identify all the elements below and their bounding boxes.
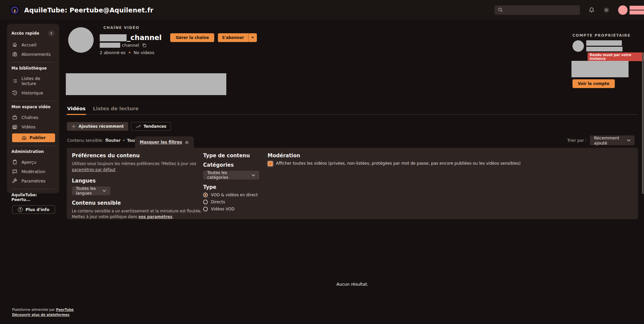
wrench-icon [12, 178, 17, 184]
radio-vod[interactable]: Vidéos VOD [203, 207, 268, 211]
radio-vod-and-live[interactable]: VOD & vidéos en direct [203, 193, 268, 197]
sidebar-item-history[interactable]: Historique [11, 88, 55, 97]
user-avatar[interactable] [618, 5, 628, 15]
owner-description-redacted [571, 61, 629, 77]
instance-title: AquileTube: Peertube@Aquilenet.fr [24, 6, 153, 14]
channel-banner-redacted [66, 73, 226, 95]
videospace-title: Mon espace vidéo [11, 105, 55, 109]
notifications-bell-icon[interactable] [589, 7, 595, 13]
empty-results-message: Aucun résultat. [67, 282, 638, 287]
chevron-double-up-icon [185, 140, 189, 145]
copy-icon[interactable] [142, 43, 146, 47]
admin-title: Administration [11, 149, 55, 154]
hide-filters-toggle[interactable]: Masquer les filtres [135, 136, 194, 148]
plus-icon [72, 124, 76, 129]
quick-access-title: Accès rapide [11, 30, 55, 37]
channel-kicker: CHAÎNE VIDÉO [103, 26, 139, 30]
languages-select[interactable]: Toutes les langues [72, 187, 110, 195]
radio-icon [203, 193, 208, 197]
trending-icon [136, 124, 141, 129]
scrollbar-track [642, 0, 644, 324]
channel-handle: channel [122, 43, 139, 48]
sidebar-collapse-button[interactable] [48, 30, 55, 37]
sidebar-item-playlists[interactable]: Listes de lecture [11, 74, 55, 88]
show-all-videos-checkbox[interactable]: ✓ Afficher toutes les vidéos (privées, n… [268, 161, 638, 166]
question-icon: ? [18, 207, 23, 212]
peertube-link[interactable]: PeerTube [56, 308, 74, 312]
upload-cloud-icon [21, 135, 27, 140]
search-icon [498, 7, 503, 12]
your-settings-link[interactable]: vos paramètres [138, 214, 172, 219]
home-icon [12, 42, 17, 47]
chevron-down-icon [251, 174, 255, 176]
search-box[interactable] [495, 5, 580, 15]
radio-icon [203, 200, 208, 204]
discover-platforms-link[interactable]: Découvrir plus de plateformes [12, 313, 70, 317]
recently-added-button[interactable]: Ajoutées récemment [67, 122, 128, 131]
sensitive-title: Contenu sensible [72, 200, 203, 206]
moderation-bubble-icon [12, 169, 17, 174]
chevron-down-icon [102, 190, 106, 192]
content-type-title: Type de contenu [203, 153, 268, 159]
sidebar-item-videos[interactable]: Vidéos [11, 122, 55, 131]
tv-channels-icon [12, 115, 17, 120]
videos-icon [12, 124, 17, 129]
tab-playlists[interactable]: Listes de lecture [93, 106, 139, 114]
moderation-title: Modération [268, 153, 638, 159]
checkbox-checked-icon: ✓ [268, 161, 273, 166]
sidebar-item-subscriptions[interactable]: Abonnements [11, 49, 55, 59]
channel-stats: 2 abonné·es • No videos [100, 50, 154, 55]
content-prefs-text: Utilisez-vous toujours les mêmes préfére… [72, 161, 203, 173]
instance-name-title: AquileTube: Peertu... [11, 193, 55, 202]
settings-gear-icon[interactable] [603, 7, 609, 13]
type-title: Type [203, 184, 268, 190]
more-info-button[interactable]: ? Plus d'info [12, 205, 55, 214]
content-prefs-title: Préférences du contenu [72, 153, 203, 159]
sidebar-item-moderation[interactable]: Modération [11, 167, 55, 176]
history-icon [12, 90, 17, 95]
owner-kicker: COMPTE PROPRIÉTAIRE [572, 33, 631, 38]
followers-count: 2 abonné·es [100, 50, 126, 55]
sidebar-item-overview[interactable]: Aperçu [11, 157, 55, 167]
muted-badge: Rendu muet par votre instance [588, 52, 644, 61]
manage-channel-button[interactable]: Gérer la chaîne [170, 33, 214, 42]
videos-count: No videos [134, 50, 154, 55]
sidebar: Accès rapide Accueil Abonnements Ma bibl… [7, 24, 59, 193]
trending-button[interactable]: Tendances [131, 122, 171, 131]
radio-icon [203, 207, 208, 211]
categories-select[interactable]: Toutes les catégories [203, 171, 259, 179]
subscriptions-icon [12, 51, 17, 57]
channel-title: _channel [127, 34, 162, 41]
library-title: Ma bibliothèque [11, 66, 55, 71]
top-header: AquileTube: Peertube@Aquilenet.fr [0, 0, 644, 20]
channel-name-redacted [100, 34, 127, 41]
channel-avatar-redacted [68, 27, 94, 53]
subscribe-dropdown-caret-icon[interactable] [248, 33, 257, 42]
sensitive-line2: Mettez à jour votre politique dans vos p… [72, 214, 203, 220]
sidebar-item-settings[interactable]: Paramètres [11, 176, 55, 186]
subscribe-button[interactable]: S'abonner [218, 33, 257, 42]
radio-live[interactable]: Directs [203, 200, 268, 204]
instance-logo[interactable] [10, 5, 19, 15]
sort-select[interactable]: Récemment ajouté [590, 135, 635, 145]
languages-title: Langues [72, 178, 203, 184]
default-settings-link[interactable]: paramètres par défaut [72, 167, 116, 172]
playlist-icon [12, 78, 17, 84]
footer: Plateforme alimentée par PeerTube Découv… [12, 307, 74, 317]
peertube-app: AquileTube: Peertube@Aquilenet.fr Accès … [0, 0, 644, 324]
filters-panel: Préférences du contenu Utilisez-vous tou… [67, 148, 638, 219]
scrollbar-thumb[interactable] [642, 53, 644, 194]
owner-handle-redacted [586, 47, 623, 51]
categories-title: Catégories [203, 162, 268, 168]
publish-button[interactable]: Publier [12, 133, 55, 142]
chevron-down-icon [627, 139, 631, 141]
view-account-button[interactable]: Voir le compte [572, 79, 615, 88]
search-input[interactable] [506, 7, 577, 12]
owner-avatar-redacted [572, 40, 584, 52]
sidebar-item-channels[interactable]: Chaînes [11, 113, 55, 122]
channel-tabs: Vidéos Listes de lecture [67, 106, 638, 115]
sensitive-line1: Le contenu sensible a un avertissement e… [72, 208, 203, 214]
clipboard-icon [12, 159, 17, 165]
sidebar-item-home[interactable]: Accueil [11, 40, 55, 49]
tab-videos[interactable]: Vidéos [67, 106, 86, 115]
